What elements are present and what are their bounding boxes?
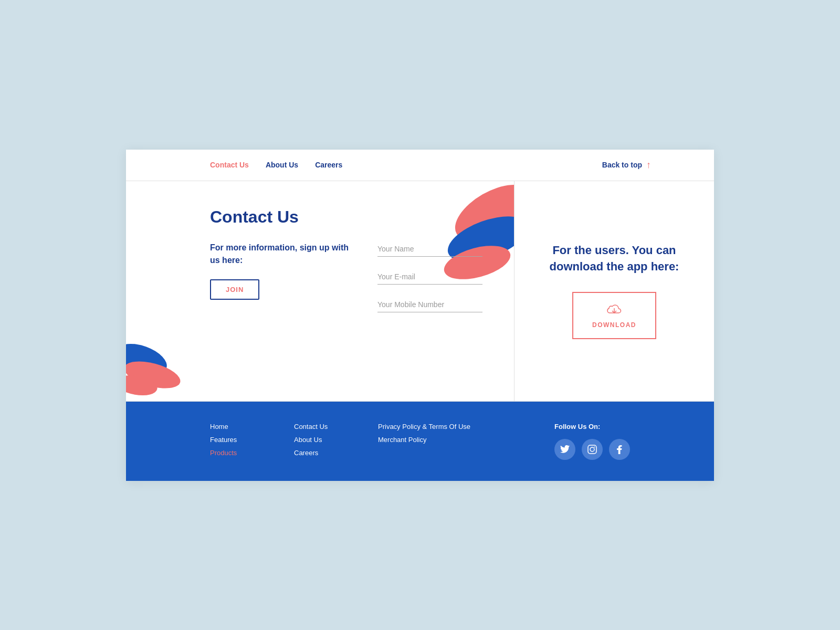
page-wrapper: Contact Us About Us Careers Back to top … — [126, 150, 714, 481]
download-button[interactable]: DOWNLOAD — [572, 292, 656, 339]
main-content: Contact Us For more information, sign up… — [126, 181, 714, 402]
form-col — [377, 242, 482, 325]
svg-point-9 — [594, 446, 595, 447]
footer-products[interactable]: Products — [210, 449, 262, 457]
footer-features[interactable]: Features — [210, 436, 262, 444]
nav-left: Contact Us About Us Careers — [210, 161, 602, 169]
nav-about-us[interactable]: About Us — [266, 161, 298, 169]
twitter-icon[interactable] — [554, 439, 575, 460]
footer-col-3: Privacy Policy & Terms Of Use Merchant P… — [378, 423, 470, 460]
name-field-wrapper — [377, 242, 482, 257]
nav-bar: Contact Us About Us Careers Back to top … — [126, 150, 714, 181]
contact-us-title: Contact Us — [210, 207, 482, 227]
follow-us-text: Follow Us On: — [554, 423, 600, 430]
instagram-icon[interactable] — [582, 439, 603, 460]
nav-careers[interactable]: Careers — [315, 161, 342, 169]
email-field-wrapper — [377, 269, 482, 285]
nav-contact-us[interactable]: Contact Us — [210, 161, 249, 169]
svg-rect-7 — [588, 445, 596, 454]
mobile-field-wrapper — [377, 297, 482, 312]
content-columns: For more information, sign up with us he… — [210, 242, 482, 325]
back-to-top-text[interactable]: Back to top — [602, 161, 642, 169]
leaf-decoration-bottom-left — [126, 317, 189, 401]
download-heading: For the users. You can download the app … — [536, 243, 693, 275]
footer-about-us[interactable]: About Us — [294, 436, 346, 444]
signup-text: For more information, sign up with us he… — [210, 242, 356, 267]
right-panel: For the users. You can download the app … — [514, 181, 714, 401]
footer-col-1: Home Features Products — [210, 423, 262, 460]
footer-merchant-policy[interactable]: Merchant Policy — [378, 436, 470, 444]
signup-col: For more information, sign up with us he… — [210, 242, 356, 300]
footer-col-2: Contact Us About Us Careers — [294, 423, 346, 460]
join-button[interactable]: JOIN — [210, 279, 259, 300]
footer-contact-us[interactable]: Contact Us — [294, 423, 346, 430]
left-panel: Contact Us For more information, sign up… — [126, 181, 514, 401]
nav-right: Back to top ↑ — [602, 160, 651, 171]
footer-careers[interactable]: Careers — [294, 449, 346, 457]
social-icons — [554, 439, 630, 460]
download-cloud-icon — [606, 302, 622, 318]
email-input[interactable] — [377, 269, 482, 285]
svg-point-8 — [590, 447, 594, 452]
mobile-input[interactable] — [377, 297, 482, 312]
left-inner: Contact Us For more information, sign up… — [126, 207, 514, 325]
facebook-icon[interactable] — [609, 439, 630, 460]
name-input[interactable] — [377, 242, 482, 257]
download-label: DOWNLOAD — [592, 321, 636, 329]
footer-social-col: Follow Us On: — [554, 423, 630, 460]
footer: Home Features Products Contact Us About … — [126, 402, 714, 481]
footer-privacy-policy[interactable]: Privacy Policy & Terms Of Use — [378, 423, 470, 430]
back-to-top-arrow-icon[interactable]: ↑ — [646, 160, 651, 171]
footer-home[interactable]: Home — [210, 423, 262, 430]
